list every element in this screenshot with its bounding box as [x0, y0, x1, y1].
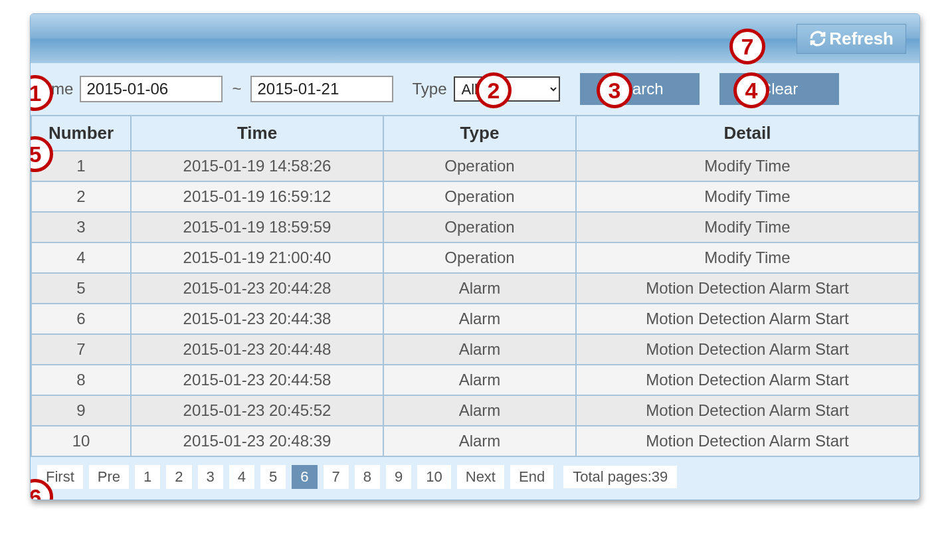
table-row: 42015-01-19 21:00:40OperationModify Time — [31, 242, 919, 273]
cell-detail: Motion Detection Alarm Start — [576, 304, 919, 334]
cell-time: 2015-01-23 20:44:58 — [131, 365, 383, 395]
page-number-9[interactable]: 9 — [386, 465, 411, 489]
page-number-8[interactable]: 8 — [355, 465, 380, 489]
table-row: 52015-01-23 20:44:28AlarmMotion Detectio… — [31, 273, 919, 304]
col-header-type: Type — [383, 116, 576, 151]
cell-time: 2015-01-19 14:58:26 — [131, 151, 383, 181]
cell-type: Alarm — [383, 365, 576, 395]
cell-number: 4 — [31, 242, 131, 273]
cell-detail: Modify Time — [576, 181, 919, 212]
callout-7: 7 — [729, 29, 765, 64]
page-pre[interactable]: Pre — [89, 465, 129, 489]
table-row: 102015-01-23 20:48:39AlarmMotion Detecti… — [31, 426, 919, 456]
cell-number: 10 — [31, 426, 131, 456]
log-table: Number Time Type Detail 12015-01-19 14:5… — [31, 115, 919, 457]
callout-2: 2 — [476, 72, 512, 108]
page-end[interactable]: End — [510, 465, 553, 489]
cell-detail: Motion Detection Alarm Start — [576, 334, 919, 365]
log-table-wrap: Number Time Type Detail 12015-01-19 14:5… — [31, 115, 919, 457]
table-row: 82015-01-23 20:44:58AlarmMotion Detectio… — [31, 365, 919, 395]
cell-detail: Modify Time — [576, 242, 919, 273]
callout-3: 3 — [597, 72, 632, 108]
cell-type: Alarm — [383, 395, 576, 426]
cell-detail: Motion Detection Alarm Start — [576, 273, 919, 304]
type-label: Type — [412, 80, 446, 98]
pagination-bar: First Pre 12345678910 Next End Total pag… — [31, 457, 919, 500]
date-separator: ~ — [229, 80, 244, 98]
cell-type: Alarm — [383, 334, 576, 365]
cell-time: 2015-01-23 20:48:39 — [131, 426, 383, 456]
cell-time: 2015-01-19 16:59:12 — [131, 181, 383, 212]
col-header-time: Time — [131, 116, 383, 151]
date-from-input[interactable] — [80, 76, 223, 102]
cell-number: 2 — [31, 181, 131, 212]
header-bar: Refresh — [31, 14, 919, 63]
cell-detail: Modify Time — [576, 212, 919, 242]
page-next[interactable]: Next — [457, 465, 504, 489]
page-number-3[interactable]: 3 — [198, 465, 223, 489]
table-row: 12015-01-19 14:58:26OperationModify Time — [31, 151, 919, 181]
cell-detail: Motion Detection Alarm Start — [576, 395, 919, 426]
total-pages: Total pages:39 — [563, 466, 677, 488]
page-number-10[interactable]: 10 — [417, 465, 450, 489]
page-number-6[interactable]: 6 — [292, 465, 317, 489]
cell-type: Alarm — [383, 273, 576, 304]
cell-time: 2015-01-23 20:44:28 — [131, 273, 383, 304]
table-row: 32015-01-19 18:59:59OperationModify Time — [31, 212, 919, 242]
refresh-label: Refresh — [829, 29, 894, 49]
table-row: 22015-01-19 16:59:12OperationModify Time — [31, 181, 919, 212]
cell-number: 9 — [31, 395, 131, 426]
cell-type: Operation — [383, 242, 576, 273]
total-pages-value: 39 — [652, 468, 668, 485]
cell-number: 5 — [31, 273, 131, 304]
log-panel: Refresh Time ~ Type All search Clear Num… — [30, 13, 920, 500]
cell-detail: Modify Time — [576, 151, 919, 181]
cell-number: 8 — [31, 365, 131, 395]
page-number-4[interactable]: 4 — [229, 465, 254, 489]
page-number-2[interactable]: 2 — [166, 465, 191, 489]
refresh-button[interactable]: Refresh — [797, 24, 906, 54]
cell-time: 2015-01-19 21:00:40 — [131, 242, 383, 273]
table-row: 72015-01-23 20:44:48AlarmMotion Detectio… — [31, 334, 919, 365]
cell-number: 3 — [31, 212, 131, 242]
total-pages-label: Total pages: — [573, 468, 652, 485]
page-number-7[interactable]: 7 — [324, 465, 349, 489]
cell-time: 2015-01-23 20:44:38 — [131, 304, 383, 334]
cell-detail: Motion Detection Alarm Start — [576, 426, 919, 456]
cell-time: 2015-01-23 20:45:52 — [131, 395, 383, 426]
cell-time: 2015-01-23 20:44:48 — [131, 334, 383, 365]
cell-number: 6 — [31, 304, 131, 334]
cell-number: 7 — [31, 334, 131, 365]
table-row: 62015-01-23 20:44:38AlarmMotion Detectio… — [31, 304, 919, 334]
cell-time: 2015-01-19 18:59:59 — [131, 212, 383, 242]
cell-type: Alarm — [383, 304, 576, 334]
page-number-1[interactable]: 1 — [135, 465, 160, 489]
cell-type: Operation — [383, 212, 576, 242]
cell-detail: Motion Detection Alarm Start — [576, 365, 919, 395]
col-header-detail: Detail — [576, 116, 919, 151]
refresh-icon — [809, 30, 826, 47]
callout-4: 4 — [733, 72, 769, 108]
cell-type: Operation — [383, 181, 576, 212]
cell-type: Alarm — [383, 426, 576, 456]
page-number-5[interactable]: 5 — [260, 465, 286, 489]
cell-type: Operation — [383, 151, 576, 181]
date-to-input[interactable] — [250, 76, 393, 102]
table-row: 92015-01-23 20:45:52AlarmMotion Detectio… — [31, 395, 919, 426]
filter-bar: Time ~ Type All search Clear — [31, 63, 919, 115]
